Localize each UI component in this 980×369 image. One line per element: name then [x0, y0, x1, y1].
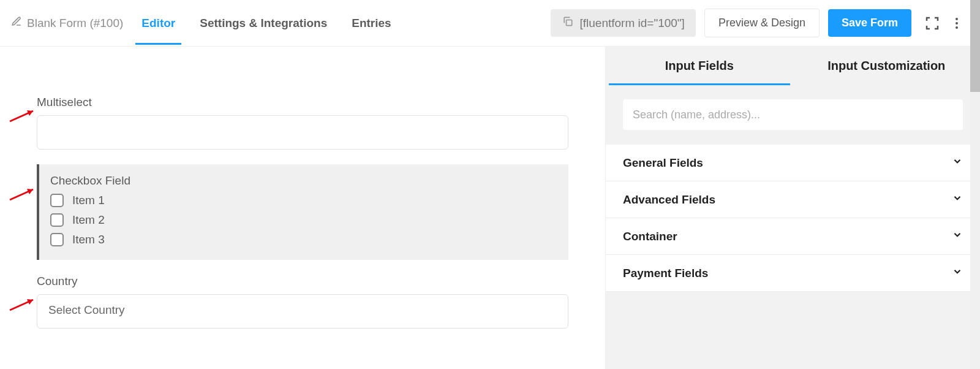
fields-accordion: General Fields Advanced Fields Container… — [606, 145, 980, 292]
chevron-down-icon — [952, 192, 963, 207]
form-canvas: Multiselect Checkbox Field Item 1 Item 2… — [0, 47, 605, 369]
pencil-icon — [11, 16, 22, 30]
topbar: Blank Form (#100) Editor Settings & Inte… — [0, 0, 980, 47]
checkbox-item-label: Item 2 — [72, 213, 105, 227]
checkbox-icon[interactable] — [50, 233, 64, 246]
country-label: Country — [37, 275, 568, 288]
search-wrap — [606, 85, 980, 145]
accordion-container[interactable]: Container — [606, 218, 980, 255]
scrollbar-thumb[interactable] — [970, 0, 980, 92]
svg-rect-0 — [566, 20, 571, 26]
accordion-label: General Fields — [623, 156, 703, 170]
scrollbar[interactable] — [970, 0, 980, 369]
arrow-icon — [9, 298, 36, 311]
accordion-general-fields[interactable]: General Fields — [606, 145, 980, 181]
multiselect-field[interactable]: Multiselect — [37, 96, 568, 150]
search-input[interactable] — [623, 99, 963, 130]
multiselect-input[interactable] — [37, 115, 568, 150]
more-icon[interactable] — [944, 11, 969, 36]
form-title: Blank Form (#100) — [27, 17, 123, 30]
tab-editor[interactable]: Editor — [141, 2, 175, 45]
tab-entries[interactable]: Entries — [352, 2, 391, 45]
accordion-label: Advanced Fields — [623, 193, 715, 207]
sidebar: Input Fields Input Customization General… — [605, 47, 980, 369]
checkbox-label: Checkbox Field — [50, 174, 557, 188]
checkbox-icon[interactable] — [50, 213, 64, 227]
chevron-down-icon — [952, 229, 963, 243]
checkbox-icon[interactable] — [50, 194, 64, 207]
checkbox-item[interactable]: Item 2 — [50, 213, 557, 227]
accordion-advanced-fields[interactable]: Advanced Fields — [606, 181, 980, 218]
fullscreen-icon[interactable] — [920, 11, 944, 36]
checkbox-item[interactable]: Item 1 — [50, 194, 557, 207]
arrow-icon — [9, 188, 36, 201]
preview-button[interactable]: Preview & Design — [704, 9, 820, 37]
copy-icon — [562, 15, 574, 31]
checkbox-item[interactable]: Item 3 — [50, 233, 557, 246]
shortcode-text: [fluentform id="100"] — [580, 17, 685, 30]
checkbox-item-label: Item 1 — [72, 194, 105, 207]
tab-settings[interactable]: Settings & Integrations — [200, 2, 327, 45]
checkbox-field[interactable]: Checkbox Field Item 1 Item 2 Item 3 — [37, 164, 568, 260]
save-button[interactable]: Save Form — [828, 9, 911, 37]
accordion-label: Payment Fields — [623, 267, 708, 280]
arrow-icon — [9, 109, 36, 123]
svg-point-3 — [956, 26, 958, 29]
country-field[interactable]: Country Select Country — [37, 275, 568, 329]
chevron-down-icon — [952, 156, 963, 170]
checkbox-item-label: Item 3 — [72, 233, 105, 246]
accordion-payment-fields[interactable]: Payment Fields — [606, 255, 980, 292]
tab-input-customization[interactable]: Input Customization — [793, 47, 981, 85]
sidebar-tabs: Input Fields Input Customization — [606, 47, 980, 85]
svg-point-1 — [956, 18, 958, 20]
main: Multiselect Checkbox Field Item 1 Item 2… — [0, 47, 980, 369]
shortcode-box[interactable]: [fluentform id="100"] — [551, 9, 696, 37]
country-select[interactable]: Select Country — [37, 294, 568, 329]
chevron-down-icon — [952, 266, 963, 280]
svg-point-2 — [956, 22, 958, 25]
accordion-label: Container — [623, 230, 677, 243]
form-title-wrap[interactable]: Blank Form (#100) — [11, 16, 123, 30]
multiselect-label: Multiselect — [37, 96, 568, 109]
tab-input-fields[interactable]: Input Fields — [606, 47, 793, 85]
header-tabs: Editor Settings & Integrations Entries — [141, 2, 391, 45]
